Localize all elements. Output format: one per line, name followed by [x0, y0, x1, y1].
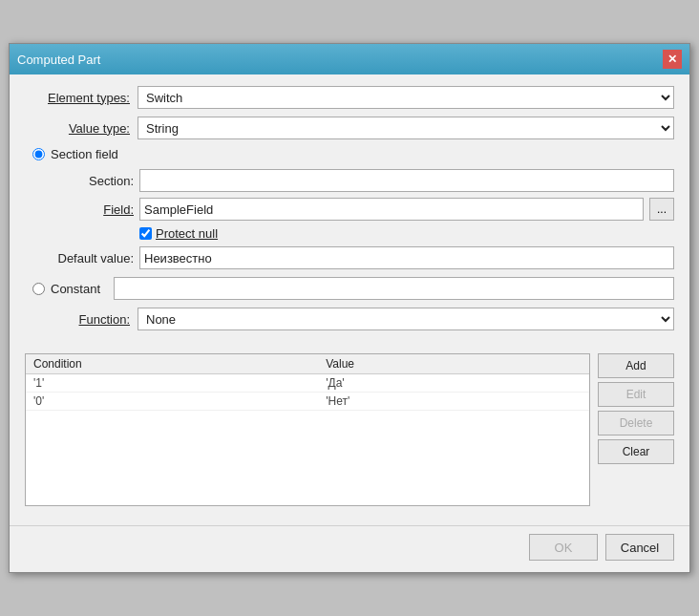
- col-condition-header: Condition: [26, 354, 318, 374]
- section-field-radio-row: Section field: [32, 147, 674, 161]
- section-label: Section:: [48, 174, 134, 188]
- value-cell: 'Да': [318, 374, 519, 393]
- protect-null-label: Protect null: [156, 226, 218, 241]
- default-value-input[interactable]: [139, 246, 674, 269]
- condition-cell: '0': [26, 393, 318, 411]
- empty-cell: [519, 393, 589, 411]
- table-section: Condition Value '1''Да''0''Нет' Add Edit…: [25, 353, 674, 514]
- section-field-label: Section field: [51, 147, 118, 161]
- section-input[interactable]: [139, 169, 674, 192]
- empty-cell: [519, 374, 589, 393]
- field-input[interactable]: [139, 198, 644, 221]
- protect-null-row: Protect null: [139, 226, 674, 241]
- condition-cell: '1': [26, 374, 318, 393]
- close-button[interactable]: ✕: [663, 50, 682, 69]
- default-value-label: Default value:: [48, 251, 134, 266]
- dialog-footer: OK Cancel: [10, 525, 689, 572]
- table-row[interactable]: '1''Да': [26, 374, 589, 393]
- ok-button[interactable]: OK: [529, 534, 598, 561]
- section-field-radio[interactable]: [32, 148, 45, 160]
- table-container: Condition Value '1''Да''0''Нет': [25, 353, 590, 506]
- element-types-label: Element types:: [25, 91, 130, 105]
- constant-row: Constant: [32, 277, 674, 300]
- table-row[interactable]: '0''Нет': [26, 393, 589, 411]
- field-ellipsis-button[interactable]: ...: [649, 198, 674, 221]
- edit-button[interactable]: Edit: [598, 382, 674, 407]
- value-type-label: Value type:: [25, 121, 130, 136]
- function-row: Function: None: [25, 308, 674, 330]
- clear-button[interactable]: Clear: [598, 439, 674, 464]
- function-select[interactable]: None: [138, 308, 674, 330]
- title-bar: Computed Part ✕: [10, 44, 689, 74]
- field-row: Field: ...: [48, 198, 674, 221]
- dialog-body: Element types: Switch Value type: String…: [10, 74, 689, 525]
- col-value-header: Value: [318, 354, 519, 374]
- element-types-select[interactable]: Switch: [138, 86, 674, 109]
- value-type-select[interactable]: String: [138, 117, 674, 139]
- constant-input[interactable]: [114, 277, 674, 300]
- function-label: Function:: [25, 312, 130, 327]
- computed-part-dialog: Computed Part ✕ Element types: Switch Va…: [9, 43, 690, 573]
- constant-label: Constant: [51, 282, 100, 296]
- element-types-row: Element types: Switch: [25, 86, 674, 109]
- delete-button[interactable]: Delete: [598, 411, 674, 435]
- section-row: Section:: [48, 169, 674, 192]
- table-buttons: Add Edit Delete Clear: [598, 353, 674, 506]
- cancel-button[interactable]: Cancel: [605, 534, 674, 561]
- field-label: Field:: [48, 202, 134, 217]
- constant-radio[interactable]: [32, 283, 45, 295]
- add-button[interactable]: Add: [598, 353, 674, 378]
- conditions-table: Condition Value '1''Да''0''Нет': [26, 354, 589, 411]
- col-empty-header: [519, 354, 589, 374]
- value-cell: 'Нет': [318, 393, 519, 411]
- section-field-group: Section: Field: ... Protect null Default…: [48, 169, 674, 269]
- dialog-title: Computed Part: [17, 53, 100, 67]
- protect-null-checkbox[interactable]: [139, 227, 152, 240]
- default-value-row: Default value:: [48, 246, 674, 269]
- value-type-row: Value type: String: [25, 117, 674, 139]
